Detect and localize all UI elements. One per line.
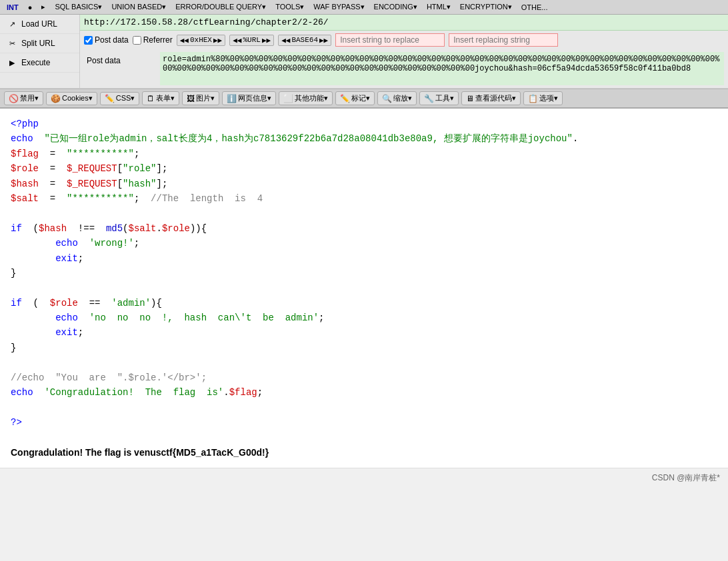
- disable-icon: 🚫: [9, 94, 19, 103]
- referrer-checkbox-label[interactable]: Referrer: [133, 35, 173, 45]
- output-label: Congradulation! The flag is venusctf{MD5…: [11, 447, 269, 458]
- load-url-icon: ↗: [7, 19, 17, 29]
- nav-html[interactable]: HTML▾: [423, 1, 455, 13]
- post-data-label: Post data: [80, 52, 160, 69]
- url-left-arrow: ◀◀: [233, 36, 241, 45]
- hex-label: 0xHEX: [190, 36, 212, 44]
- post-data-container: Post data role=admin%80%00%00%00%00%00%0…: [80, 49, 728, 88]
- sidebar: ↗ Load URL ✂ Split URL ▶ Execute: [0, 15, 80, 88]
- url-encode-btn[interactable]: ◀◀ %URL ▶▶: [229, 35, 274, 46]
- split-url-button[interactable]: ✂ Split URL: [0, 34, 79, 53]
- tools-icon: 🔧: [424, 94, 434, 103]
- main-content: <?php echo "已知一组role为admin，salt长度为4，hash…: [0, 109, 728, 468]
- post-data-checkbox[interactable]: [84, 36, 93, 45]
- main-toolbar: ↗ Load URL ✂ Split URL ▶ Execute Post da…: [0, 15, 728, 89]
- code-line-4: $role = $_REQUEST["role"];: [11, 161, 717, 176]
- code-line-10: }: [11, 266, 717, 280]
- insert-replace-input[interactable]: [335, 33, 445, 47]
- cookies-btn[interactable]: 🍪 Cookies▾: [46, 92, 97, 105]
- forms-btn[interactable]: 🗒 表单▾: [142, 91, 179, 105]
- split-url-icon: ✂: [7, 38, 17, 49]
- options-label: 选项▾: [539, 93, 558, 103]
- view-source-label: 查看源代码▾: [475, 93, 516, 103]
- base64-label: BASE64: [291, 36, 318, 44]
- zoom-btn[interactable]: 🔍 缩放▾: [377, 91, 417, 105]
- code-line-1: <?php: [11, 117, 717, 131]
- other-features-btn[interactable]: ⬜ 其他功能▾: [279, 91, 333, 105]
- load-url-button[interactable]: ↗ Load URL: [0, 15, 79, 34]
- nav-sql-basics[interactable]: SQL BASICS▾: [51, 1, 106, 13]
- code-line-15: //echo "You are ".$role.'</br>';: [11, 370, 717, 385]
- nav-other[interactable]: OTHE...: [517, 2, 552, 13]
- nav-encoding[interactable]: ENCODING▾: [370, 1, 421, 13]
- disable-label: 禁用▾: [20, 93, 39, 103]
- output-text: Congradulation! The flag is venusctf{MD5…: [11, 445, 717, 460]
- tools-btn[interactable]: 🔧 工具▾: [419, 91, 459, 105]
- marks-icon: ✏️: [340, 94, 350, 103]
- zoom-label: 缩放▾: [393, 93, 412, 103]
- css-icon: ✏️: [105, 94, 115, 103]
- base64-left-arrow: ◀◀: [281, 36, 290, 45]
- code-line-9: exit;: [11, 251, 717, 266]
- execute-button[interactable]: ▶ Execute: [0, 53, 79, 73]
- nav-item-int[interactable]: INT: [3, 2, 23, 13]
- options-icon: 📋: [528, 94, 538, 103]
- cookies-label: Cookies▾: [62, 94, 93, 103]
- code-line-5: $hash = $_REQUEST["hash"];: [11, 177, 717, 191]
- referrer-option-label: Referrer: [143, 35, 173, 45]
- code-line-17: ?>: [11, 415, 717, 430]
- forms-icon: 🗒: [147, 94, 155, 103]
- url-area: Post data Referrer ◀◀ 0xHEX ▶▶ ◀◀ %URL ▶…: [80, 15, 728, 88]
- hex-left-arrow[interactable]: ◀◀ 0xHEX ▶▶: [177, 35, 226, 46]
- code-line-11: if ( $role == 'admin'){: [11, 296, 717, 310]
- code-line-6: $salt = "**********"; //The length is 4: [11, 191, 717, 206]
- view-source-icon: 🖥: [466, 94, 474, 103]
- code-line-blank3: [11, 355, 717, 370]
- post-data-option-label: Post data: [95, 35, 129, 45]
- css-btn[interactable]: ✏️ CSS▾: [100, 92, 140, 105]
- images-icon: 🖼: [187, 94, 195, 103]
- url-input[interactable]: [84, 17, 724, 27]
- pageinfo-label: 网页信息▾: [238, 93, 271, 103]
- url-right-arrow: ▶▶: [262, 36, 271, 45]
- images-btn[interactable]: 🖼 图片▾: [182, 91, 219, 105]
- nav-encryption[interactable]: ENCRYPTION▾: [456, 1, 516, 13]
- referrer-checkbox[interactable]: [133, 36, 141, 45]
- code-line-14: }: [11, 340, 717, 355]
- nav-arrow: ▸: [37, 1, 49, 13]
- code-line-blank4: [11, 400, 717, 414]
- nav-waf-bypass[interactable]: WAF BYPASS▾: [309, 1, 368, 13]
- post-data-textarea[interactable]: role=admin%80%00%00%00%00%00%00%00%00%00…: [160, 52, 724, 85]
- options-btn[interactable]: 📋 选项▾: [523, 91, 563, 105]
- insert-replacing-input[interactable]: [449, 33, 558, 47]
- base64-right-arrow: ▶▶: [319, 36, 328, 45]
- other-features-icon: ⬜: [283, 94, 293, 103]
- code-line-2: echo "已知一组role为admin，salt长度为4，hash为c7813…: [11, 131, 717, 146]
- execute-icon: ▶: [7, 57, 17, 68]
- nav-dot: ●: [24, 2, 37, 13]
- cookies-icon: 🍪: [51, 94, 61, 103]
- nav-union-based[interactable]: UNION BASED▾: [107, 1, 170, 13]
- code-line-blank1: [11, 206, 717, 221]
- base64-btn[interactable]: ◀◀ BASE64 ▶▶: [278, 35, 331, 46]
- code-line-12: echo 'no no no !, hash can\'t be admin';: [11, 310, 717, 325]
- nav-tools[interactable]: TOOLS▾: [271, 1, 308, 13]
- top-navigation: INT ● ▸ SQL BASICS▾ UNION BASED▾ ERROR/D…: [0, 0, 728, 15]
- code-line-3: $flag = "**********";: [11, 147, 717, 161]
- css-label: CSS▾: [116, 94, 135, 103]
- url-label: %URL: [243, 36, 260, 44]
- pageinfo-icon: ℹ️: [227, 94, 237, 103]
- images-label: 图片▾: [196, 93, 215, 103]
- view-source-btn[interactable]: 🖥 查看源代码▾: [461, 91, 521, 105]
- nav-error-query[interactable]: ERROR/DOUBLE QUERY▾: [171, 1, 270, 13]
- output-bold: Congradulation! The flag is venusctf{MD5…: [11, 447, 269, 458]
- marks-label: 标记▾: [351, 93, 370, 103]
- disable-btn[interactable]: 🚫 禁用▾: [4, 91, 43, 105]
- footer: CSDN @南岸青桩*: [0, 468, 728, 488]
- marks-btn[interactable]: ✏️ 标记▾: [335, 91, 375, 105]
- code-line-7: if ($hash !== md5($salt.$role)){: [11, 221, 717, 236]
- code-line-blank2: [11, 280, 717, 295]
- footer-credit: CSDN @南岸青桩*: [652, 472, 720, 484]
- pageinfo-btn[interactable]: ℹ️ 网页信息▾: [222, 91, 276, 105]
- post-data-checkbox-label[interactable]: Post data: [84, 35, 129, 45]
